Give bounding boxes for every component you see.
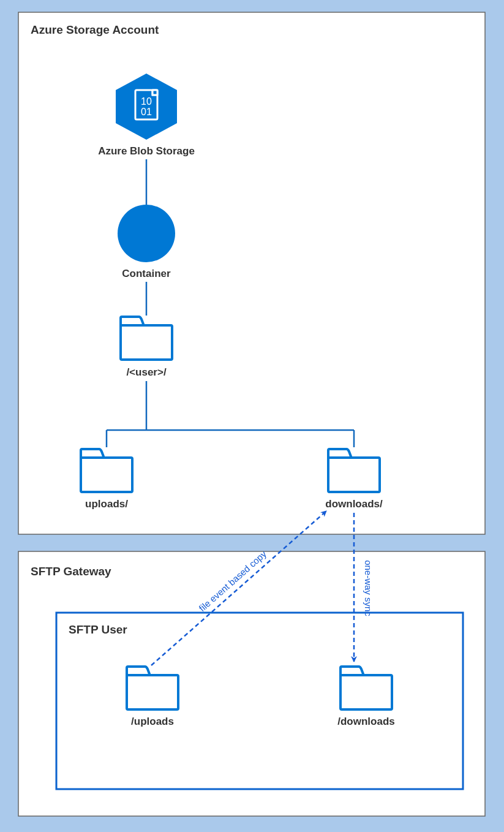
sftp-gateway-title: SFTP Gateway	[31, 565, 111, 578]
sftp-downloads-label: /downloads	[337, 716, 395, 727]
user-folder-label: /<user>/	[126, 366, 166, 378]
edge-one-way-sync-label: one-way sync	[363, 560, 374, 616]
sftp-user-title: SFTP User	[69, 623, 127, 636]
sftp-gateway-box	[18, 551, 485, 816]
azure-blob-storage-label: Azure Blob Storage	[98, 145, 195, 157]
downloads-folder-label: downloads/	[325, 498, 383, 510]
storage-account-box	[18, 12, 485, 534]
storage-account-title: Azure Storage Account	[31, 23, 159, 36]
uploads-folder-label: uploads/	[85, 498, 128, 510]
container-icon	[118, 205, 175, 262]
sftp-uploads-label: /uploads	[131, 716, 174, 727]
container-label: Container	[122, 268, 171, 279]
